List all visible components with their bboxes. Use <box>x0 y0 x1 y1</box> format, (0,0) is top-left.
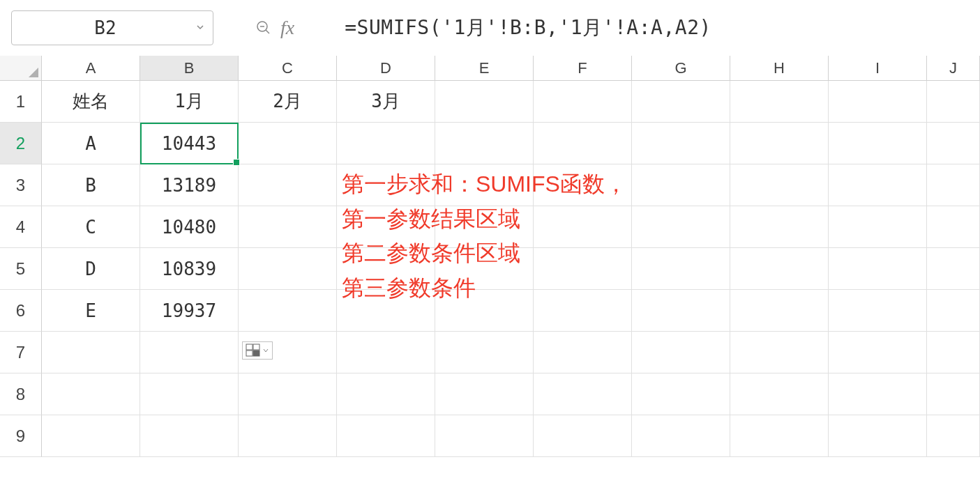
row-header-7[interactable]: 7 <box>0 332 42 373</box>
cell-J9[interactable] <box>927 415 980 457</box>
column-header-D[interactable]: D <box>337 56 435 81</box>
formula-input[interactable] <box>336 11 969 45</box>
cell-E7[interactable] <box>435 332 534 373</box>
cell-B2[interactable]: 10443 <box>140 123 239 164</box>
cell-F7[interactable] <box>534 332 632 373</box>
cell-E5[interactable] <box>435 248 534 290</box>
cell-A2[interactable]: A <box>42 123 140 164</box>
column-header-J[interactable]: J <box>927 56 980 81</box>
cell-E8[interactable] <box>435 373 534 415</box>
cell-B9[interactable] <box>140 415 239 457</box>
cell-G8[interactable] <box>632 373 730 415</box>
cell-F6[interactable] <box>534 290 632 332</box>
cell-H4[interactable] <box>730 206 829 248</box>
cell-B7[interactable] <box>140 332 239 373</box>
zoom-icon[interactable] <box>255 20 272 36</box>
column-header-G[interactable]: G <box>632 56 730 81</box>
cell-J3[interactable] <box>927 164 980 206</box>
cell-H3[interactable] <box>730 164 829 206</box>
cell-D7[interactable] <box>337 332 435 373</box>
cell-J8[interactable] <box>927 373 980 415</box>
cell-H8[interactable] <box>730 373 829 415</box>
row-header-6[interactable]: 6 <box>0 290 42 332</box>
cell-E9[interactable] <box>435 415 534 457</box>
cell-J1[interactable] <box>927 81 980 123</box>
cell-D6[interactable] <box>337 290 435 332</box>
cell-G6[interactable] <box>632 290 730 332</box>
cell-I4[interactable] <box>829 206 927 248</box>
cell-I5[interactable] <box>829 248 927 290</box>
cell-F3[interactable] <box>534 164 632 206</box>
cell-G4[interactable] <box>632 206 730 248</box>
cell-A5[interactable]: D <box>42 248 140 290</box>
cell-I3[interactable] <box>829 164 927 206</box>
cell-E6[interactable] <box>435 290 534 332</box>
column-header-A[interactable]: A <box>42 56 140 81</box>
cell-G9[interactable] <box>632 415 730 457</box>
column-header-C[interactable]: C <box>239 56 337 81</box>
cell-F5[interactable] <box>534 248 632 290</box>
cell-E1[interactable] <box>435 81 534 123</box>
cell-F8[interactable] <box>534 373 632 415</box>
cell-A1[interactable]: 姓名 <box>42 81 140 123</box>
cell-D3[interactable] <box>337 164 435 206</box>
row-header-8[interactable]: 8 <box>0 373 42 415</box>
cell-B8[interactable] <box>140 373 239 415</box>
cell-I2[interactable] <box>829 123 927 164</box>
row-header-5[interactable]: 5 <box>0 248 42 290</box>
cell-A6[interactable]: E <box>42 290 140 332</box>
cell-C8[interactable] <box>239 373 337 415</box>
cell-G1[interactable] <box>632 81 730 123</box>
select-all-corner[interactable] <box>0 56 42 81</box>
cell-J4[interactable] <box>927 206 980 248</box>
cell-C4[interactable] <box>239 206 337 248</box>
cell-G3[interactable] <box>632 164 730 206</box>
cell-H9[interactable] <box>730 415 829 457</box>
cell-I9[interactable] <box>829 415 927 457</box>
cell-H7[interactable] <box>730 332 829 373</box>
spreadsheet-grid[interactable]: ABCDEFGHIJ1姓名1月2月3月2A104433B131894C10480… <box>0 56 980 457</box>
cell-H5[interactable] <box>730 248 829 290</box>
cell-A8[interactable] <box>42 373 140 415</box>
cell-D1[interactable]: 3月 <box>337 81 435 123</box>
name-box-dropdown-icon[interactable] <box>193 22 207 34</box>
cell-D5[interactable] <box>337 248 435 290</box>
cell-C2[interactable] <box>239 123 337 164</box>
cell-E2[interactable] <box>435 123 534 164</box>
cell-C3[interactable] <box>239 164 337 206</box>
cell-B6[interactable]: 19937 <box>140 290 239 332</box>
cell-F2[interactable] <box>534 123 632 164</box>
cell-D9[interactable] <box>337 415 435 457</box>
cell-E4[interactable] <box>435 206 534 248</box>
cell-E3[interactable] <box>435 164 534 206</box>
row-header-2[interactable]: 2 <box>0 123 42 164</box>
cell-D2[interactable] <box>337 123 435 164</box>
fx-button[interactable]: fx <box>280 17 294 39</box>
cell-H1[interactable] <box>730 81 829 123</box>
cell-G7[interactable] <box>632 332 730 373</box>
cell-J2[interactable] <box>927 123 980 164</box>
cell-I6[interactable] <box>829 290 927 332</box>
cell-D4[interactable] <box>337 206 435 248</box>
autofill-options-button[interactable] <box>242 341 273 360</box>
column-header-I[interactable]: I <box>829 56 927 81</box>
cell-A3[interactable]: B <box>42 164 140 206</box>
cell-C1[interactable]: 2月 <box>239 81 337 123</box>
name-box[interactable]: B2 <box>11 10 213 45</box>
cell-I8[interactable] <box>829 373 927 415</box>
cell-H6[interactable] <box>730 290 829 332</box>
row-header-9[interactable]: 9 <box>0 415 42 457</box>
cell-C5[interactable] <box>239 248 337 290</box>
cell-F9[interactable] <box>534 415 632 457</box>
cell-J5[interactable] <box>927 248 980 290</box>
cell-F1[interactable] <box>534 81 632 123</box>
cell-B4[interactable]: 10480 <box>140 206 239 248</box>
column-header-B[interactable]: B <box>140 56 239 81</box>
cell-G5[interactable] <box>632 248 730 290</box>
cell-H2[interactable] <box>730 123 829 164</box>
column-header-F[interactable]: F <box>534 56 632 81</box>
cell-C9[interactable] <box>239 415 337 457</box>
column-header-H[interactable]: H <box>730 56 829 81</box>
row-header-3[interactable]: 3 <box>0 164 42 206</box>
cell-A4[interactable]: C <box>42 206 140 248</box>
